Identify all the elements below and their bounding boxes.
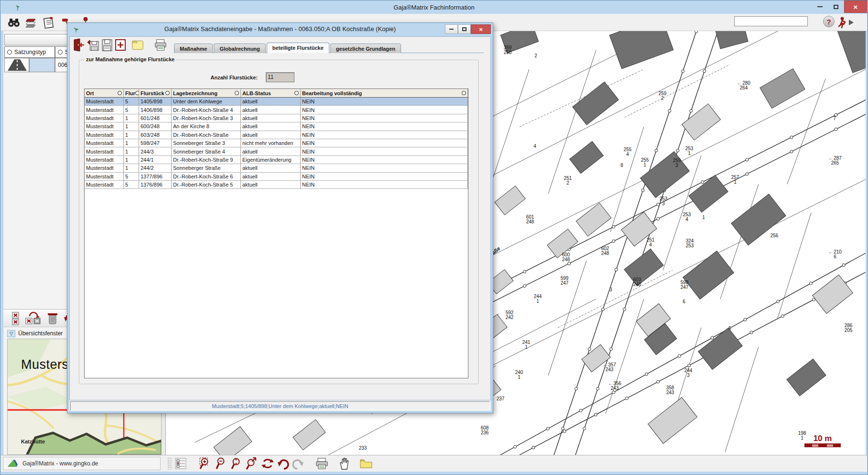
building [760, 68, 805, 108]
count-field[interactable]: 11 [266, 72, 294, 82]
zoom-in-icon[interactable] [199, 457, 212, 470]
table-header-cell[interactable]: Bearbeitung vollständig [301, 89, 468, 98]
sort-circle-icon[interactable] [294, 91, 299, 95]
help-icon[interactable]: ? [823, 16, 835, 27]
layer-list-icon[interactable] [174, 457, 187, 470]
table-cell: aktuell [241, 131, 301, 139]
sort-circle-icon[interactable] [118, 91, 122, 95]
table-cell: Dr.-Robert-Koch-Straße 5 [172, 181, 241, 188]
table-cell: Sonneberger Straße [172, 164, 241, 172]
search-input[interactable] [734, 16, 808, 26]
exit-door-icon[interactable] [72, 38, 85, 52]
parcel-label: 592242 [506, 310, 514, 320]
table-header-cell[interactable]: ALB-Status [241, 89, 301, 98]
table-cell: 1376/896 [139, 181, 172, 188]
parcel-label: 2512 [564, 176, 572, 185]
table-cell: Musterstadt [85, 106, 124, 113]
parcel-label: 601248 [526, 215, 534, 224]
building [787, 359, 826, 396]
table-row[interactable]: Musterstadt51406/898Dr.-Robert-Koch-Stra… [85, 106, 468, 114]
table-row[interactable]: Musterstadt1601/248Dr.-Robert-Koch-Straß… [85, 114, 468, 122]
table-cell: aktuell [241, 98, 301, 105]
table-row[interactable]: Musterstadt1603/248Dr.-Robert-Koch-Straß… [85, 131, 468, 139]
table-row[interactable]: Musterstadt1244/2Sonneberger Straßeaktue… [85, 164, 468, 172]
pan-hand-icon[interactable] [337, 457, 351, 470]
table-cell: 1 [124, 139, 139, 147]
table-cell: aktuell [241, 122, 301, 130]
zoom-out-icon[interactable] [214, 457, 228, 470]
zoom-extent-icon[interactable] [229, 457, 243, 470]
column-header-satzungstyp[interactable]: Satzungstyp [4, 46, 55, 58]
open-folder-icon[interactable] [359, 457, 373, 470]
row-select-cell[interactable] [29, 58, 55, 72]
sort-circle-icon[interactable] [135, 91, 139, 95]
tab-0[interactable]: Maßnahme [174, 44, 213, 53]
table-cell: NEIN [301, 164, 468, 172]
maximize-button[interactable] [828, 0, 844, 13]
filter-circle-icon[interactable] [7, 50, 12, 55]
dialog-maximize-button[interactable] [458, 24, 471, 34]
parcel-label: 2531 [685, 146, 694, 155]
filter-circle-icon[interactable] [58, 50, 63, 55]
restore-deleted-icon[interactable] [24, 311, 43, 326]
save-icon[interactable] [100, 38, 114, 52]
dialog-title: Gaja®Matrix Sachdateneingabe - Maßnahmen… [67, 25, 493, 33]
dialog-close-button[interactable]: × [471, 24, 491, 34]
toolbar-drag-handle[interactable] [167, 457, 172, 470]
table-header-cell[interactable]: Flurstück [139, 89, 172, 98]
table-cell: 244/3 [139, 147, 172, 155]
tab-3[interactable]: gesetzliche Grundlagen [330, 44, 401, 53]
delete-all-icon[interactable] [9, 311, 23, 326]
sort-circle-icon[interactable] [235, 91, 239, 95]
table-cell: NEIN [301, 106, 468, 113]
save-back-icon[interactable] [86, 38, 99, 52]
dialog-minimize-button[interactable] [445, 24, 458, 34]
parcel-label: 6 [683, 299, 685, 304]
table-row[interactable]: Musterstadt1600/248An der Kirche 8aktuel… [85, 122, 468, 131]
zoom-pan-icon[interactable] [245, 457, 258, 470]
table-row[interactable]: Musterstadt1244/1Dr.-Robert-Koch-Straße … [85, 156, 468, 164]
table-header-cell[interactable]: Lagebezeichnung [172, 89, 241, 98]
print-icon[interactable] [154, 38, 167, 52]
table-cell: 244/1 [139, 156, 172, 164]
trash-icon[interactable] [45, 311, 60, 326]
table-cell: aktuell [241, 114, 301, 122]
table-cell: 1 [124, 164, 139, 172]
layers-icon[interactable] [24, 15, 38, 30]
table-row[interactable]: Musterstadt1598/247Sonneberger Straße 3n… [85, 139, 468, 147]
tab-2[interactable]: beteiligte Flurstücke [267, 43, 329, 53]
redo-view-icon[interactable] [292, 457, 305, 470]
parcel-label: 2514 [647, 238, 655, 247]
minimize-button[interactable] [812, 0, 828, 13]
refresh-icon[interactable] [261, 457, 274, 470]
flurstuecke-table[interactable]: OrtFlurFlurstückLagebezeichnungALB-Statu… [84, 88, 468, 378]
folder-icon[interactable] [131, 38, 144, 52]
table-cell: 5 [124, 106, 139, 113]
road-icon [5, 58, 29, 72]
undo-view-icon[interactable] [276, 457, 290, 470]
table-cell: Dr.-Robert-Koch-Straße 3 [172, 114, 241, 122]
sort-circle-icon[interactable] [462, 91, 466, 95]
table-cell: 244/2 [139, 164, 172, 172]
print-map-icon[interactable] [315, 457, 329, 470]
table-row[interactable]: Musterstadt51377/896Dr.-Robert-Koch-Stra… [85, 173, 468, 181]
table-row[interactable]: Musterstadt51376/896Dr.-Robert-Koch-Stra… [85, 181, 468, 189]
add-record-icon[interactable] [114, 38, 127, 52]
table-row[interactable]: Musterstadt51405/898Unter dem Kohlwegeak… [85, 98, 468, 106]
building [835, 31, 866, 73]
table-cell: aktuell [241, 181, 301, 188]
tab-1[interactable]: Globalrechnung [214, 44, 265, 53]
table-cell: NEIN [301, 114, 468, 122]
search-binoculars-icon[interactable] [7, 15, 21, 30]
table-header-cell[interactable]: Ort [85, 89, 124, 98]
sort-circle-icon[interactable] [165, 91, 170, 95]
dialog-titlebar[interactable]: Gaja®Matrix Sachdateneingabe - Maßnahmen… [67, 23, 493, 36]
collapse-triangle-icon[interactable]: ▽ [7, 330, 15, 337]
row-type-cell[interactable] [4, 58, 29, 72]
table-row[interactable]: Musterstadt1244/3Sonneberger Straße 4akt… [85, 147, 468, 155]
edit-clipboard-icon[interactable] [42, 15, 56, 30]
table-cell: Musterstadt [85, 181, 124, 188]
exit-runner-icon[interactable] [836, 15, 856, 30]
table-header-cell[interactable]: Flur [124, 89, 139, 98]
close-button[interactable]: × [844, 0, 867, 13]
